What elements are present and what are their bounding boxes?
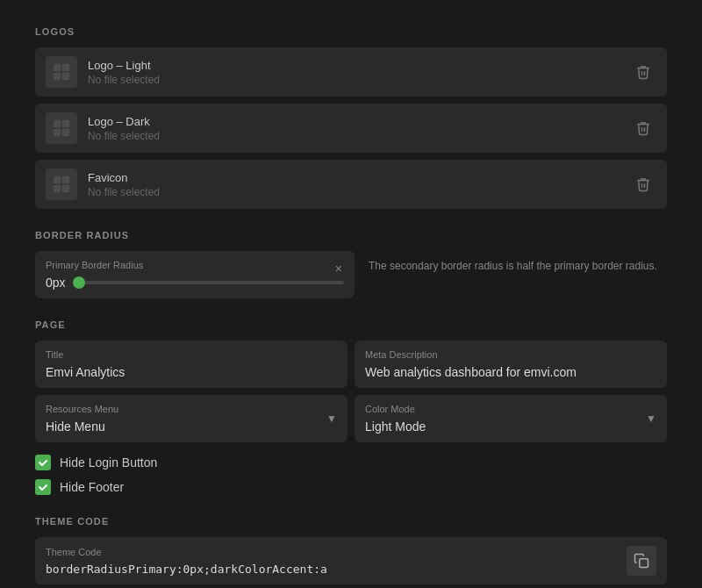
copy-theme-code-button[interactable] (627, 546, 656, 576)
checkboxes-container: Hide Login Button Hide Footer (35, 455, 667, 495)
clear-border-radius-button[interactable]: × (332, 260, 346, 277)
hide-footer-row: Hide Footer (35, 479, 667, 495)
logo-light-no-file: No file selected (88, 74, 620, 86)
logo-dark-no-file: No file selected (88, 130, 620, 142)
hide-login-button-checkbox[interactable] (35, 455, 51, 470)
page-title-group[interactable]: Title Emvi Analytics (35, 341, 347, 388)
resources-menu-group[interactable]: Resources Menu Hide Menu ▼ (35, 395, 347, 442)
color-mode-label: Color Mode (365, 404, 656, 414)
theme-code-label: THEME CODE (35, 516, 667, 527)
primary-border-radius-label: Primary Border Radius (46, 260, 344, 270)
border-radius-hint: The secondary border radius is half the … (369, 251, 667, 274)
logo-light-name: Logo – Light (88, 59, 620, 72)
page-grid: Title Emvi Analytics Meta Description We… (35, 341, 667, 442)
border-radius-slider-thumb[interactable] (73, 276, 85, 289)
primary-border-radius-value: 0px (46, 276, 72, 290)
svg-rect-3 (62, 73, 69, 80)
border-radius-label: BORDER RADIUS (35, 230, 667, 240)
logo-dark-info: Logo – Dark No file selected (88, 115, 620, 142)
logo-light-icon (46, 56, 77, 88)
favicon-name: Favicon (88, 171, 620, 184)
primary-border-radius-value-row: 0px (46, 276, 344, 290)
svg-rect-1 (62, 64, 69, 71)
svg-rect-11 (62, 185, 69, 192)
color-mode-group[interactable]: Color Mode Light Mode ▼ (355, 395, 667, 442)
hide-footer-label: Hide Footer (60, 480, 124, 494)
page-label: PAGE (35, 319, 667, 330)
logo-dark-icon (46, 112, 77, 144)
hide-footer-checkbox[interactable] (35, 479, 51, 495)
logo-dark-delete-button[interactable] (630, 115, 656, 141)
page-title-value: Emvi Analytics (46, 365, 337, 379)
border-radius-row: Primary Border Radius 0px × The secondar… (35, 251, 667, 298)
resources-menu-value: Hide Menu (46, 419, 337, 434)
favicon-info: Favicon No file selected (88, 171, 620, 198)
svg-rect-2 (54, 73, 61, 80)
color-mode-value: Light Mode (365, 419, 656, 434)
favicon-no-file: No file selected (88, 186, 620, 198)
svg-rect-4 (54, 120, 61, 127)
favicon-icon (46, 169, 77, 200)
color-mode-arrow-icon: ▼ (646, 412, 656, 425)
primary-border-radius-group: Primary Border Radius 0px × (35, 251, 355, 298)
svg-rect-9 (62, 176, 69, 183)
svg-rect-7 (62, 129, 69, 136)
meta-description-label: Meta Description (365, 349, 656, 360)
logos-section: LOGOS Logo – Light No file selected (35, 26, 667, 209)
meta-description-value: Web analytics dashboard for emvi.com (365, 365, 656, 379)
svg-rect-6 (54, 129, 61, 136)
theme-code-content: Theme Code borderRadiusPrimary:0px;darkC… (46, 547, 618, 576)
hide-login-button-label: Hide Login Button (60, 455, 157, 470)
hide-login-button-row: Hide Login Button (35, 455, 667, 470)
svg-rect-8 (54, 176, 61, 183)
logo-light-info: Logo – Light No file selected (88, 59, 620, 86)
logo-dark-row: Logo – Dark No file selected (35, 104, 667, 153)
page-section: PAGE Title Emvi Analytics Meta Descripti… (35, 319, 667, 495)
svg-rect-12 (640, 559, 648, 568)
theme-code-section: THEME CODE Theme Code borderRadiusPrimar… (35, 516, 667, 584)
logo-light-delete-button[interactable] (630, 59, 656, 85)
theme-code-group: Theme Code borderRadiusPrimary:0px;darkC… (35, 537, 667, 584)
theme-code-field-label: Theme Code (46, 547, 618, 557)
border-radius-section: BORDER RADIUS Primary Border Radius 0px … (35, 230, 667, 298)
meta-description-group[interactable]: Meta Description Web analytics dashboard… (355, 341, 667, 388)
favicon-delete-button[interactable] (630, 171, 656, 197)
border-radius-slider-track[interactable] (79, 281, 344, 284)
resources-menu-arrow-icon: ▼ (326, 412, 337, 425)
theme-code-value: borderRadiusPrimary:0px;darkColorAccent:… (46, 563, 618, 576)
svg-rect-0 (54, 64, 61, 71)
logo-dark-name: Logo – Dark (88, 115, 620, 128)
favicon-row: Favicon No file selected (35, 160, 667, 209)
resources-menu-label: Resources Menu (46, 404, 337, 414)
svg-rect-10 (54, 185, 61, 192)
logo-light-row: Logo – Light No file selected (35, 47, 667, 97)
logos-label: LOGOS (35, 26, 667, 37)
svg-rect-5 (62, 120, 69, 127)
page-title-label: Title (46, 349, 337, 360)
